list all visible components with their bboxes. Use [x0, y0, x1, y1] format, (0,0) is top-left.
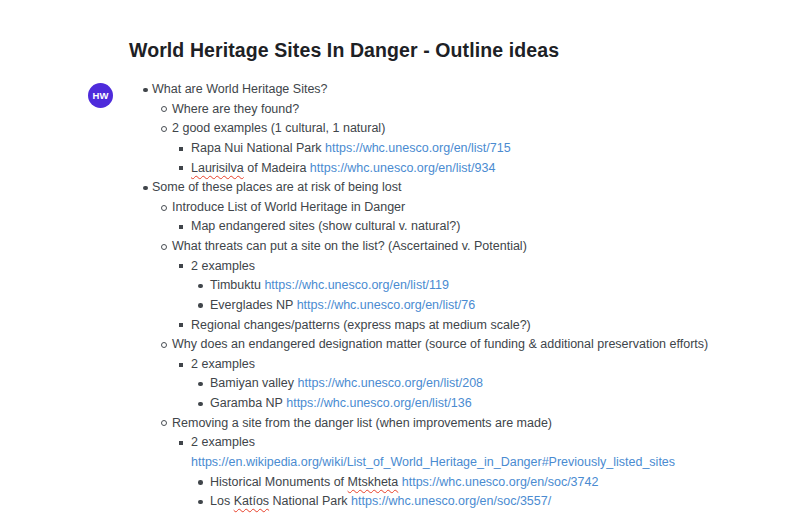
bullet-square-icon — [179, 217, 183, 237]
outline-item-text: Everglades NP — [210, 298, 297, 312]
bullet-square-icon — [179, 433, 183, 453]
bullet-disc-icon — [198, 374, 203, 394]
outline-item: Laurisilva of Madeira https://whc.unesco… — [0, 159, 800, 179]
outline-item: Introduce List of World Heritage in Dang… — [0, 198, 800, 218]
bullet-square-icon — [179, 355, 183, 375]
outline-item-text: Where are they found? — [172, 102, 299, 116]
bullet-circle-icon — [161, 119, 167, 139]
outline-item: Historical Monuments of Mtskheta https:/… — [0, 473, 800, 493]
outline-item-text: National Park — [269, 494, 351, 508]
outline-item: Garamba NP https://whc.unesco.org/en/lis… — [0, 394, 800, 414]
bullet-disc-icon — [198, 473, 203, 493]
outline-item-text: of Madeira — [244, 161, 310, 175]
outline-item-text: 2 good examples (1 cultural, 1 natural) — [172, 121, 385, 135]
outline-item-text: What threats can put a site on the list?… — [172, 239, 527, 253]
outline-item-text: Timbuktu — [210, 278, 264, 292]
outline-item: Removing a site from the danger list (wh… — [0, 414, 800, 434]
outline-item-text: 2 examples — [191, 435, 255, 449]
outline-item: Bamiyan valley https://whc.unesco.org/en… — [0, 374, 800, 394]
misspelled-word: Mtskheta — [348, 475, 399, 489]
bullet-circle-icon — [161, 198, 167, 218]
unesco-link[interactable]: https://whc.unesco.org/en/list/934 — [310, 161, 496, 175]
outline-item: Some of these places are at risk of bein… — [0, 178, 800, 198]
outline-item-text: Historical Monuments of — [210, 475, 348, 489]
unesco-link[interactable]: https://whc.unesco.org/en/soc/3557/ — [351, 494, 551, 508]
unesco-link[interactable]: https://whc.unesco.org/en/list/76 — [297, 298, 476, 312]
unesco-link[interactable]: https://whc.unesco.org/en/list/119 — [264, 278, 449, 292]
outline-item-text: Los — [210, 494, 234, 508]
outline-item: Los Katíos National Park https://whc.une… — [0, 492, 800, 512]
outline-item: 2 examples — [0, 355, 800, 375]
bullet-circle-icon — [161, 100, 167, 120]
outline-item: Timbuktu https://whc.unesco.org/en/list/… — [0, 276, 800, 296]
outline-item: Map endangered sites (show cultural v. n… — [0, 217, 800, 237]
outline-item-text: Introduce List of World Heritage in Dang… — [172, 200, 405, 214]
bullet-square-icon — [179, 257, 183, 277]
outline-item: 2 examples — [0, 433, 800, 453]
page-title: World Heritage Sites In Danger - Outline… — [129, 39, 559, 62]
outline-item-text: 2 examples — [191, 357, 255, 371]
outline-item-text: Map endangered sites (show cultural v. n… — [191, 219, 460, 233]
outline-item-text: Removing a site from the danger list (wh… — [172, 416, 552, 430]
unesco-link[interactable]: https://whc.unesco.org/en/list/136 — [286, 396, 472, 410]
document-page: World Heritage Sites In Danger - Outline… — [0, 0, 800, 530]
outline-item-text: 2 examples — [191, 259, 255, 273]
outline-item-text: Rapa Nui National Park — [191, 141, 325, 155]
bullet-disc-icon — [143, 80, 148, 100]
bullet-square-icon — [179, 316, 183, 336]
misspelled-word: Katíos — [234, 494, 269, 508]
outline-item-text: Some of these places are at risk of bein… — [152, 180, 401, 194]
bullet-disc-icon — [198, 296, 203, 316]
misspelled-word: Laurisilva — [191, 161, 244, 175]
outline-list: What are World Heritage Sites? Where are… — [0, 80, 800, 512]
outline-item: Why does an endangered designation matte… — [0, 335, 800, 355]
outline-item-text: What are World Heritage Sites? — [152, 82, 328, 96]
outline-item: Where are they found? — [0, 100, 800, 120]
outline-item-continuation: https://en.wikipedia.org/wiki/List_of_Wo… — [0, 453, 800, 473]
outline-item: Everglades NP https://whc.unesco.org/en/… — [0, 296, 800, 316]
wikipedia-link[interactable]: https://en.wikipedia.org/wiki/List_of_Wo… — [191, 455, 675, 469]
bullet-disc-icon — [198, 276, 203, 296]
bullet-disc-icon — [198, 492, 203, 512]
outline-item: Regional changes/patterns (express maps … — [0, 316, 800, 336]
outline-item-text: Bamiyan valley — [210, 376, 298, 390]
bullet-circle-icon — [161, 335, 167, 355]
unesco-link[interactable]: https://whc.unesco.org/en/list/208 — [298, 376, 484, 390]
outline-item: Rapa Nui National Park https://whc.unesc… — [0, 139, 800, 159]
bullet-circle-icon — [161, 414, 167, 434]
bullet-square-icon — [179, 159, 183, 179]
outline-item: What are World Heritage Sites? — [0, 80, 800, 100]
bullet-disc-icon — [143, 178, 148, 198]
unesco-link[interactable]: https://whc.unesco.org/en/soc/3742 — [402, 475, 599, 489]
bullet-circle-icon — [161, 237, 167, 257]
outline-item-text: Regional changes/patterns (express maps … — [191, 318, 531, 332]
bullet-disc-icon — [198, 394, 203, 414]
unesco-link[interactable]: https://whc.unesco.org/en/list/715 — [325, 141, 511, 155]
outline-item: 2 examples — [0, 257, 800, 277]
outline-item: 2 good examples (1 cultural, 1 natural) — [0, 119, 800, 139]
outline-item-text: Garamba NP — [210, 396, 286, 410]
outline-item: What threats can put a site on the list?… — [0, 237, 800, 257]
bullet-square-icon — [179, 139, 183, 159]
outline-item-text: Why does an endangered designation matte… — [172, 337, 708, 351]
